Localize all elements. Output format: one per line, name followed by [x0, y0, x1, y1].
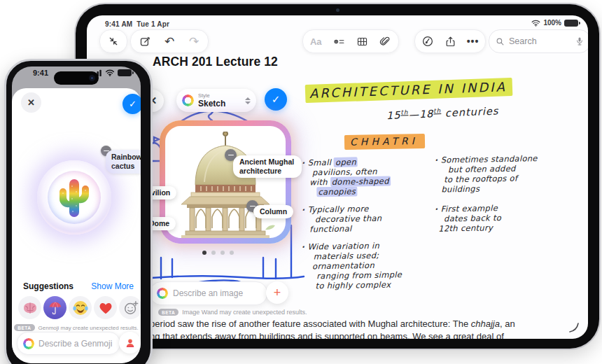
style-label: Style: [198, 93, 241, 99]
handwritten-heading: ARCHITECTURE IN INDIA: [305, 79, 512, 101]
wand-accept-button[interactable]: ✓: [265, 88, 287, 111]
share-icon[interactable]: [440, 31, 461, 52]
battery-percent: 100%: [543, 19, 561, 27]
note-bullet: · Small open pavilions, often with dome-…: [308, 155, 435, 197]
image-wand-style-icon: [182, 94, 194, 106]
page-dots[interactable]: [202, 251, 234, 255]
beta-badge: BETA: [14, 324, 34, 331]
note-bullet: · First example dates back to 12th centu…: [441, 202, 568, 233]
note-bullet: · Typically more decorative than functio…: [308, 202, 435, 234]
front-camera: [89, 75, 95, 81]
compose-icon[interactable]: [134, 31, 155, 52]
toolbar-action-group: •••: [414, 29, 486, 53]
page-curl[interactable]: [567, 319, 582, 335]
chevron-up-down-icon: [245, 97, 251, 104]
note-bullet: · Wide variation in materials used; orna…: [307, 239, 434, 290]
note-title: ARCH 201 Lecture 12: [153, 55, 278, 69]
genmoji-icon: [23, 338, 34, 349]
handwritten-subheading: 15th—18th centuries: [386, 105, 499, 122]
describe-image-input[interactable]: Describe an image: [150, 281, 267, 305]
genmoji-close-button[interactable]: ✕: [21, 92, 41, 113]
person-genmoji-button[interactable]: [119, 332, 141, 354]
checkmark-icon: ✓: [272, 93, 281, 106]
generated-chhatri-image: [166, 132, 285, 238]
plus-icon: +: [274, 286, 281, 300]
tag-column: Column: [253, 205, 293, 218]
show-more-link[interactable]: Show More: [91, 281, 134, 291]
suggestion-brain-emoji[interactable]: [18, 296, 41, 319]
attachment-icon[interactable]: [375, 31, 396, 52]
iphone-status-time: 9:41: [33, 69, 48, 77]
toolbar-edit-group: ↶ ↷: [130, 29, 209, 53]
ipad-status-time: 9:41 AM: [105, 20, 132, 28]
ipad-screen: 9:41 AM Tue 1 Apr 100% ↶ ↷ Aa: [87, 15, 588, 339]
iphone-screen: 9:41 ✕ ✓ Rainbow cactus: [12, 66, 141, 363]
wand-beta-disclaimer: BETA Image Wand may create unexpected re…: [158, 309, 307, 316]
search-placeholder: Search: [509, 36, 571, 46]
genmoji-sheet: ✕ ✓ Rainbow cactus: [12, 88, 141, 363]
redo-icon: ↷: [183, 31, 204, 52]
genmoji-beta-disclaimer: BETA Genmoji may create unexpected resul…: [12, 324, 141, 331]
iphone-device: 9:41 ✕ ✓ Rainbow cactus: [4, 59, 153, 364]
suggestion-laughing-crying-emoji[interactable]: [69, 296, 92, 319]
suggestions-title: Suggestions: [23, 281, 74, 291]
person-icon: [125, 337, 136, 349]
ipad-front-camera: [336, 8, 340, 12]
markup-icon[interactable]: [417, 31, 438, 52]
suggestion-red-heart-emoji[interactable]: [94, 296, 117, 319]
style-picker[interactable]: Style Sketch: [176, 89, 256, 112]
wifi-icon: [531, 20, 540, 27]
ipad-status-left: 9:41 AM Tue 1 Apr: [105, 20, 169, 28]
handwritten-section-title: CHHATRI: [344, 135, 425, 148]
toolbar-collapse-group: [99, 29, 127, 53]
microphone-icon[interactable]: [575, 36, 584, 46]
checklist-icon[interactable]: [328, 31, 349, 52]
note-body-line2: ning that extends away from buildings an…: [143, 330, 504, 339]
checkmark-icon: ✓: [129, 99, 136, 109]
note-bullet: · Sometimes standalone but often added t…: [441, 153, 568, 194]
battery-icon: [564, 20, 578, 27]
text-format-icon: Aa: [305, 31, 326, 52]
generated-image-frame[interactable]: [160, 120, 291, 244]
collapse-icon[interactable]: [103, 31, 124, 52]
table-icon[interactable]: [352, 31, 373, 52]
genmoji-accept-button[interactable]: ✓: [122, 94, 141, 114]
battery-icon: [118, 69, 132, 76]
ipad-status-right: 100%: [531, 19, 578, 27]
image-wand-icon: [157, 288, 168, 299]
notes-right-column: · Sometimes standalone but often added t…: [441, 154, 567, 240]
rainbow-cactus-emoji: [58, 176, 90, 218]
describe-genmoji-placeholder: Describe a Genmoji: [38, 339, 112, 349]
describe-genmoji-input[interactable]: Describe a Genmoji: [17, 332, 120, 355]
close-icon: ✕: [27, 97, 35, 108]
dynamic-island: [54, 71, 99, 85]
search-icon: [496, 37, 505, 46]
more-icon[interactable]: •••: [463, 31, 484, 52]
ipad-status-date: Tue 1 Apr: [136, 20, 169, 28]
style-value: Sketch: [198, 99, 241, 108]
ipad-device: 9:41 AM Tue 1 Apr 100% ↶ ↷ Aa: [76, 4, 599, 349]
note-body-line1: s period saw the rise of another feature…: [143, 318, 515, 330]
undo-icon[interactable]: ↶: [159, 31, 180, 52]
search-field[interactable]: Search: [489, 29, 588, 53]
add-emoji-icon[interactable]: [119, 296, 141, 319]
beta-badge: BETA: [158, 309, 178, 316]
describe-image-placeholder: Describe an image: [173, 288, 243, 298]
suggestion-umbrella-genmoji[interactable]: [43, 296, 66, 319]
add-image-button[interactable]: +: [266, 281, 288, 304]
tag-ancient-mughal: Ancient Mughal architecture: [233, 155, 302, 178]
wifi-icon: [105, 69, 115, 76]
notes-left-column: · Small open pavilions, often with dome-…: [308, 157, 434, 298]
toolbar-format-group: Aa: [302, 29, 399, 53]
genmoji-prompt-tag: Rainbow cactus: [106, 150, 141, 174]
